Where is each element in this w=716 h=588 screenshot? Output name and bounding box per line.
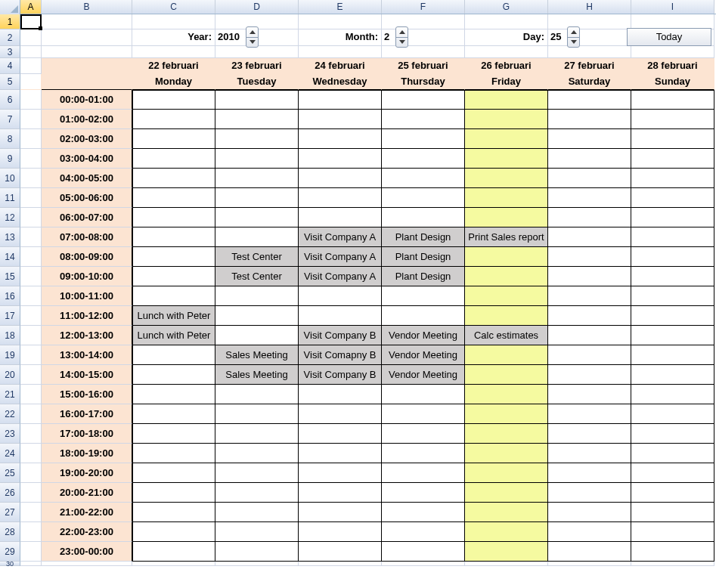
schedule-cell-r0-c1[interactable] — [215, 90, 299, 110]
schedule-cell-r22-c1[interactable] — [215, 522, 299, 542]
schedule-cell-r11-c4[interactable] — [465, 306, 548, 326]
row-header-14[interactable]: 14 — [0, 247, 20, 267]
time-slot-1[interactable]: 01:00-02:00 — [42, 110, 132, 129]
time-slot-5[interactable]: 05:00-06:00 — [42, 188, 132, 208]
cell-A29[interactable] — [20, 542, 42, 562]
schedule-cell-r22-c6[interactable] — [631, 522, 714, 542]
schedule-cell-r1-c0[interactable] — [132, 110, 215, 129]
cell-A15[interactable] — [20, 267, 42, 286]
date-header-2[interactable]: 24 februari — [299, 58, 382, 74]
schedule-cell-r18-c6[interactable] — [631, 444, 714, 463]
schedule-cell-r15-c5[interactable] — [548, 385, 631, 404]
schedule-cell-r12-c4[interactable]: Calc estimates — [465, 326, 548, 345]
month-spin-up[interactable] — [396, 27, 408, 38]
schedule-cell-r12-c3[interactable]: Vendor Meeting — [382, 326, 465, 345]
schedule-cell-r7-c5[interactable] — [548, 227, 631, 247]
schedule-cell-r10-c6[interactable] — [631, 286, 714, 306]
schedule-cell-r7-c1[interactable] — [215, 227, 299, 247]
schedule-cell-r4-c1[interactable] — [215, 169, 299, 188]
schedule-cell-r9-c5[interactable] — [548, 267, 631, 286]
cell-A8[interactable] — [20, 129, 42, 149]
cell-E3[interactable] — [299, 46, 382, 58]
schedule-cell-r20-c3[interactable] — [382, 483, 465, 503]
schedule-cell-r11-c1[interactable] — [215, 306, 299, 326]
schedule-cell-r14-c0[interactable] — [132, 365, 215, 385]
schedule-cell-r8-c6[interactable] — [631, 247, 714, 267]
schedule-cell-r0-c6[interactable] — [631, 90, 714, 110]
cell-A22[interactable] — [20, 404, 42, 424]
time-slot-22[interactable]: 22:00-23:00 — [42, 522, 132, 542]
schedule-cell-r17-c5[interactable] — [548, 424, 631, 444]
time-slot-4[interactable]: 04:00-05:00 — [42, 169, 132, 188]
row-header-18[interactable]: 18 — [0, 326, 20, 345]
schedule-cell-r11-c2[interactable] — [299, 306, 382, 326]
time-slot-15[interactable]: 15:00-16:00 — [42, 385, 132, 404]
year-spinner[interactable] — [246, 26, 259, 48]
cell-G3[interactable] — [465, 46, 548, 58]
schedule-cell-r16-c3[interactable] — [382, 404, 465, 424]
schedule-cell-r7-c0[interactable] — [132, 227, 215, 247]
schedule-cell-r23-c2[interactable] — [299, 542, 382, 562]
cell-C3[interactable] — [132, 46, 215, 58]
select-all-corner[interactable] — [0, 0, 20, 14]
time-slot-2[interactable]: 02:00-03:00 — [42, 129, 132, 149]
schedule-cell-r0-c2[interactable] — [299, 90, 382, 110]
schedule-cell-r13-c0[interactable] — [132, 345, 215, 365]
schedule-cell-r17-c1[interactable] — [215, 424, 299, 444]
row-header-23[interactable]: 23 — [0, 424, 20, 444]
schedule-cell-r14-c3[interactable]: Vendor Meeting — [382, 365, 465, 385]
cell-A17[interactable] — [20, 306, 42, 326]
time-slot-20[interactable]: 20:00-21:00 — [42, 483, 132, 503]
row-header-22[interactable]: 22 — [0, 404, 20, 424]
schedule-cell-r5-c3[interactable] — [382, 188, 465, 208]
schedule-cell-r11-c5[interactable] — [548, 306, 631, 326]
cell-I3[interactable] — [631, 46, 714, 58]
year-label[interactable]: Year: — [132, 29, 215, 46]
cell-B1[interactable] — [42, 14, 132, 29]
schedule-cell-r22-c5[interactable] — [548, 522, 631, 542]
schedule-cell-r19-c1[interactable] — [215, 463, 299, 483]
cell-C1[interactable] — [132, 14, 215, 29]
schedule-cell-r16-c0[interactable] — [132, 404, 215, 424]
schedule-cell-r15-c6[interactable] — [631, 385, 714, 404]
cell-H3[interactable] — [548, 46, 631, 58]
cell-B5[interactable] — [42, 74, 132, 90]
cell-A25[interactable] — [20, 463, 42, 483]
schedule-cell-r15-c4[interactable] — [465, 385, 548, 404]
day-spin-down[interactable] — [568, 38, 579, 48]
cell-A30[interactable] — [20, 562, 42, 566]
schedule-cell-r8-c1[interactable]: Test Center — [215, 247, 299, 267]
row-header-20[interactable]: 20 — [0, 365, 20, 385]
schedule-cell-r14-c1[interactable]: Sales Meeting — [215, 365, 299, 385]
schedule-cell-r15-c3[interactable] — [382, 385, 465, 404]
schedule-cell-r13-c1[interactable]: Sales Meeting — [215, 345, 299, 365]
row-header-10[interactable]: 10 — [0, 169, 20, 188]
day-header-5[interactable]: Saturday — [548, 74, 631, 90]
schedule-cell-r3-c0[interactable] — [132, 149, 215, 169]
schedule-cell-r6-c1[interactable] — [215, 208, 299, 227]
schedule-cell-r19-c5[interactable] — [548, 463, 631, 483]
month-label[interactable]: Month: — [299, 29, 382, 46]
schedule-cell-r5-c1[interactable] — [215, 188, 299, 208]
schedule-cell-r8-c4[interactable] — [465, 247, 548, 267]
schedule-cell-r20-c6[interactable] — [631, 483, 714, 503]
time-slot-23[interactable]: 23:00-00:00 — [42, 542, 132, 562]
schedule-cell-r19-c2[interactable] — [299, 463, 382, 483]
schedule-cell-r21-c6[interactable] — [631, 503, 714, 522]
schedule-cell-r9-c4[interactable] — [465, 267, 548, 286]
cell-F3[interactable] — [382, 46, 465, 58]
day-header-4[interactable]: Friday — [465, 74, 548, 90]
time-slot-16[interactable]: 16:00-17:00 — [42, 404, 132, 424]
schedule-cell-r1-c5[interactable] — [548, 110, 631, 129]
schedule-cell-r22-c0[interactable] — [132, 522, 215, 542]
schedule-cell-r11-c6[interactable] — [631, 306, 714, 326]
cell-B30[interactable] — [42, 562, 132, 566]
schedule-cell-r14-c2[interactable]: Visit Company B — [299, 365, 382, 385]
cell-A28[interactable] — [20, 522, 42, 542]
cell-E30[interactable] — [299, 562, 382, 566]
schedule-cell-r23-c0[interactable] — [132, 542, 215, 562]
schedule-cell-r16-c1[interactable] — [215, 404, 299, 424]
schedule-cell-r6-c2[interactable] — [299, 208, 382, 227]
month-spin-down[interactable] — [396, 38, 408, 48]
cell-A6[interactable] — [20, 90, 42, 110]
